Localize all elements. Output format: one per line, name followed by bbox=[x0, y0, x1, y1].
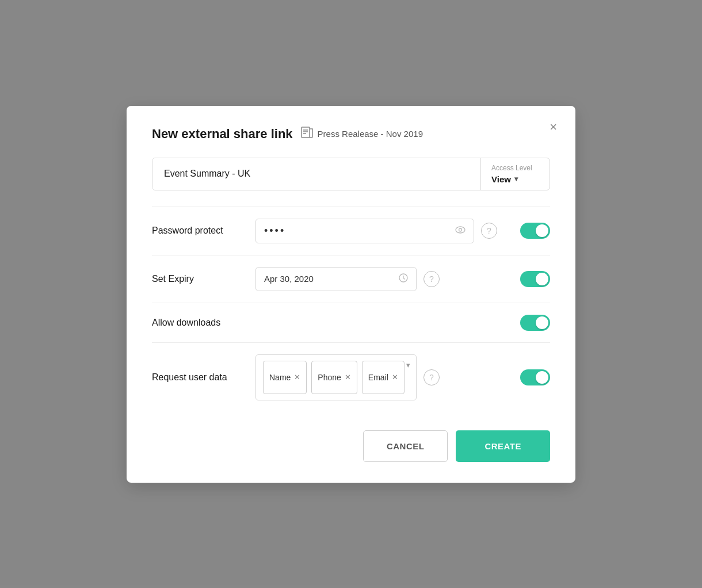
tag-email-remove[interactable]: ✕ bbox=[392, 373, 398, 381]
password-content: •••• ? bbox=[255, 219, 520, 243]
tag-email: Email ✕ bbox=[362, 361, 405, 394]
tag-email-label: Email bbox=[368, 373, 388, 382]
tags-area[interactable]: Name ✕ Phone ✕ Email ✕ ▾ bbox=[255, 354, 417, 400]
user-data-toggle[interactable] bbox=[520, 369, 550, 385]
tag-name-remove[interactable]: ✕ bbox=[294, 373, 300, 381]
doc-name: Press Realease - Nov 2019 bbox=[318, 129, 423, 139]
password-row: Password protect •••• ? bbox=[152, 207, 550, 255]
expiry-toggle[interactable] bbox=[520, 271, 550, 287]
modal-header: New external share link Press Realease -… bbox=[152, 127, 550, 142]
tag-phone-label: Phone bbox=[318, 373, 341, 382]
access-level-dropdown[interactable]: View ▾ bbox=[491, 174, 518, 184]
password-toggle[interactable] bbox=[520, 223, 550, 239]
modal-container: New external share link Press Realease -… bbox=[127, 106, 575, 483]
downloads-row: Allow downloads bbox=[152, 303, 550, 342]
password-toggle-area bbox=[520, 223, 550, 239]
access-level-value: View bbox=[491, 174, 511, 184]
doc-info: Press Realease - Nov 2019 bbox=[301, 127, 423, 141]
date-value: Apr 30, 2020 bbox=[264, 274, 394, 284]
svg-point-5 bbox=[459, 228, 462, 231]
user-data-content: Name ✕ Phone ✕ Email ✕ ▾ ? bbox=[255, 354, 520, 400]
share-name-input[interactable] bbox=[152, 158, 480, 190]
name-access-row: Access Level View ▾ bbox=[152, 158, 550, 190]
eye-icon[interactable] bbox=[455, 226, 466, 236]
expiry-label: Set Expiry bbox=[152, 274, 255, 284]
expiry-row: Set Expiry Apr 30, 2020 ? bbox=[152, 255, 550, 303]
svg-rect-0 bbox=[302, 127, 310, 138]
user-data-row: Request user data Name ✕ Phone ✕ Email ✕ bbox=[152, 342, 550, 412]
date-input-wrap[interactable]: Apr 30, 2020 bbox=[255, 267, 417, 291]
access-level-section: Access Level View ▾ bbox=[480, 158, 550, 190]
expiry-toggle-area bbox=[520, 271, 550, 287]
modal-title: New external share link bbox=[152, 127, 293, 142]
expiry-help-icon[interactable]: ? bbox=[424, 271, 440, 287]
svg-point-4 bbox=[456, 227, 465, 233]
svg-line-8 bbox=[403, 278, 405, 279]
user-data-label: Request user data bbox=[152, 372, 255, 383]
downloads-label: Allow downloads bbox=[152, 318, 255, 328]
clock-icon bbox=[399, 273, 408, 285]
create-button[interactable]: CREATE bbox=[456, 430, 550, 462]
tags-chevron-icon[interactable]: ▾ bbox=[406, 361, 410, 369]
modal-footer: CANCEL CREATE bbox=[152, 430, 550, 462]
expiry-content: Apr 30, 2020 ? bbox=[255, 267, 520, 291]
cancel-button[interactable]: CANCEL bbox=[363, 430, 448, 462]
password-input-wrap: •••• bbox=[255, 219, 474, 243]
downloads-toggle-area bbox=[520, 315, 550, 331]
tag-name: Name ✕ bbox=[263, 361, 307, 394]
close-button[interactable]: × bbox=[547, 119, 559, 136]
modal-overlay: New external share link Press Realease -… bbox=[0, 0, 702, 588]
chevron-down-icon: ▾ bbox=[514, 175, 518, 183]
user-data-help-icon[interactable]: ? bbox=[424, 369, 440, 385]
downloads-toggle[interactable] bbox=[520, 315, 550, 331]
tag-phone: Phone ✕ bbox=[311, 361, 357, 394]
user-data-toggle-area bbox=[520, 369, 550, 385]
password-help-icon[interactable]: ? bbox=[481, 223, 497, 239]
tag-name-label: Name bbox=[269, 373, 291, 382]
password-dots: •••• bbox=[264, 225, 451, 237]
doc-icon bbox=[301, 127, 314, 141]
tag-phone-remove[interactable]: ✕ bbox=[345, 373, 351, 381]
access-level-label: Access Level bbox=[491, 164, 532, 172]
password-label: Password protect bbox=[152, 226, 255, 236]
